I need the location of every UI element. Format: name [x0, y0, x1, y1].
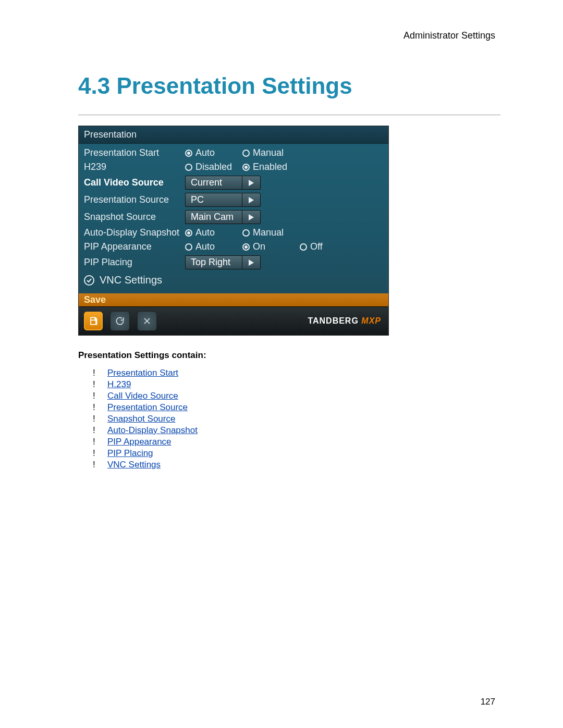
radio-icon: [242, 150, 250, 157]
page-number: 127: [481, 697, 495, 707]
list-item: !Presentation Start: [93, 368, 500, 378]
radio-icon: [242, 229, 250, 237]
radio-h239-disabled[interactable]: Disabled: [185, 162, 242, 172]
link-h239[interactable]: H.239: [107, 379, 131, 390]
label-vnc-settings: VNC Settings: [100, 274, 162, 286]
brand-logo: TANDBERG MXP: [308, 316, 381, 326]
radio-icon: [185, 164, 192, 171]
row-pip-appearance: PIP Appearance Auto On Off: [79, 240, 388, 254]
radio-label: Manual: [253, 147, 284, 158]
label-h239: H239: [84, 162, 182, 172]
row-pip-placing: PIP Placing Top Right: [79, 254, 388, 271]
chevron-right-icon: [242, 193, 261, 207]
radio-icon: [242, 243, 250, 251]
radio-presentation-start-auto[interactable]: Auto: [185, 147, 242, 158]
radio-label: Enabled: [253, 162, 287, 172]
row-auto-display-snapshot: Auto-Display Snapshot Auto Manual: [79, 226, 388, 240]
radio-label: Off: [310, 241, 323, 252]
dropdown-value: Current: [185, 176, 242, 190]
device-toolbar: TANDBERG MXP: [79, 306, 388, 335]
dropdown-presentation-source[interactable]: PC: [185, 193, 261, 207]
save-strip: Save: [79, 293, 388, 306]
link-presentation-start[interactable]: Presentation Start: [107, 368, 178, 378]
radio-icon: [185, 229, 192, 237]
svg-marker-3: [249, 260, 254, 266]
row-presentation-start: Presentation Start Auto Manual: [79, 146, 388, 160]
label-presentation-source: Presentation Source: [84, 194, 182, 205]
radio-icon: [185, 150, 192, 157]
list-item: !Call Video Source: [93, 391, 500, 401]
link-pip-appearance[interactable]: PIP Appearance: [107, 437, 172, 447]
label-call-video-source: Call Video Source: [84, 177, 182, 188]
link-auto-display-snapshot[interactable]: Auto-Display Snapshot: [107, 425, 198, 436]
radio-label: Auto: [195, 241, 215, 252]
chevron-right-icon: [242, 210, 261, 224]
label-auto-display-snapshot: Auto-Display Snapshot: [84, 227, 182, 238]
device-title: Presentation: [79, 126, 388, 144]
radio-label: Auto: [195, 227, 215, 238]
row-call-video-source: Call Video Source Current: [79, 174, 388, 191]
link-call-video-source[interactable]: Call Video Source: [107, 391, 178, 401]
list-item: !Snapshot Source: [93, 414, 500, 424]
list-item: !PIP Appearance: [93, 437, 500, 447]
dropdown-value: Top Right: [185, 255, 242, 269]
radio-label: Manual: [253, 227, 284, 238]
radio-icon: [300, 243, 307, 251]
page-header: Administrator Settings: [403, 30, 495, 41]
radio-presentation-start-manual[interactable]: Manual: [242, 147, 300, 158]
link-vnc-settings[interactable]: VNC Settings: [107, 460, 161, 470]
row-presentation-source: Presentation Source PC: [79, 191, 388, 208]
radio-pip-appearance-on[interactable]: On: [242, 241, 300, 252]
dropdown-value: PC: [185, 193, 242, 207]
label-pip-appearance: PIP Appearance: [84, 241, 182, 252]
list-item: !Auto-Display Snapshot: [93, 425, 500, 436]
refresh-button[interactable]: [110, 311, 130, 331]
brand-name: TANDBERG: [308, 316, 358, 325]
label-snapshot-source: Snapshot Source: [84, 212, 182, 223]
radio-auto-display-auto[interactable]: Auto: [185, 227, 242, 238]
dropdown-value: Main Cam: [185, 210, 242, 224]
radio-h239-enabled[interactable]: Enabled: [242, 162, 300, 172]
link-snapshot-source[interactable]: Snapshot Source: [107, 414, 175, 424]
svg-marker-0: [249, 180, 254, 186]
link-pip-placing[interactable]: PIP Placing: [107, 448, 153, 459]
contains-heading: Presentation Settings contain:: [78, 350, 500, 361]
section-heading: 4.3 Presentation Settings: [78, 73, 500, 99]
brand-suffix: MXP: [361, 316, 381, 325]
svg-marker-2: [249, 214, 254, 220]
list-item: !VNC Settings: [93, 460, 500, 470]
contains-list: !Presentation Start !H.239 !Call Video S…: [78, 368, 500, 470]
radio-icon: [185, 243, 192, 251]
chevron-right-icon: [242, 255, 261, 269]
list-item: !H.239: [93, 379, 500, 390]
radio-pip-appearance-auto[interactable]: Auto: [185, 241, 242, 252]
list-item: !PIP Placing: [93, 448, 500, 459]
chevron-right-icon: [242, 176, 261, 190]
row-h239: H239 Disabled Enabled: [79, 160, 388, 174]
device-screenshot: Presentation Presentation Start Auto Man…: [78, 126, 389, 336]
row-snapshot-source: Snapshot Source Main Cam: [79, 208, 388, 226]
radio-icon: [242, 164, 250, 171]
radio-label: Auto: [195, 147, 215, 158]
link-presentation-source[interactable]: Presentation Source: [107, 402, 188, 413]
radio-auto-display-manual[interactable]: Manual: [242, 227, 300, 238]
save-button[interactable]: [84, 312, 103, 330]
dropdown-snapshot-source[interactable]: Main Cam: [185, 210, 261, 224]
radio-pip-appearance-off[interactable]: Off: [300, 241, 347, 252]
dropdown-pip-placing[interactable]: Top Right: [185, 255, 261, 269]
divider: [78, 115, 500, 115]
radio-label: Disabled: [195, 162, 232, 172]
svg-marker-1: [249, 197, 254, 203]
close-button[interactable]: [137, 311, 157, 331]
label-pip-placing: PIP Placing: [84, 257, 182, 268]
label-presentation-start: Presentation Start: [84, 147, 182, 158]
row-vnc-settings[interactable]: VNC Settings: [79, 271, 388, 290]
submenu-icon: [84, 275, 94, 286]
list-item: !Presentation Source: [93, 402, 500, 413]
dropdown-call-video-source[interactable]: Current: [185, 176, 261, 190]
radio-label: On: [253, 241, 265, 252]
